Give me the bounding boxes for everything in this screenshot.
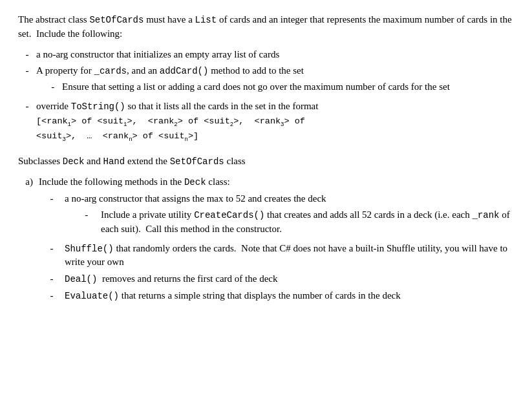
list-item: - A property for _cards, and an addCard(… [18,64,514,97]
bullet-text: a no-arg constructor that assigns the ma… [65,192,514,239]
dash-icon: - [36,80,62,94]
section1-intro: The abstract class SetOfCards must have … [18,13,514,41]
list-item: - a no-arg constructor that initializes … [18,48,514,62]
code-evaluate: Evaluate() [65,291,119,301]
code-deal: Deal() [65,274,97,284]
bullet-text: Shuffle() that randomly orders the cards… [65,242,514,270]
bullet-text: override ToString() so that it lists all… [36,100,514,144]
bullet-text: a no-arg constructor that initializes an… [36,48,514,62]
dash-icon: - [18,48,36,62]
bullet-text: Evaluate() that returns a simple string … [65,289,514,303]
code-deck2: Deck [184,177,206,187]
dash-icon: - [39,192,65,239]
code-addcard: addCard() [160,66,209,76]
dash-icon: - [65,208,101,237]
section2-intro: Subclasses Deck and Hand extend the SetO… [18,154,514,169]
subsection-content: Include the following methods in the Dec… [39,175,514,306]
dash-icon: - [39,272,65,286]
list-item: a) Include the following methods in the … [18,175,514,306]
code-tostring: ToString() [71,101,125,112]
section2-subsections: a) Include the following methods in the … [18,175,514,306]
sub-bullet-text: Ensure that setting a list or adding a c… [62,80,514,94]
format-line2: <suit3>, … <rankn> of <suitn>] [36,130,514,144]
code-setofcards2: SetOfCards [170,156,224,167]
code-setofcards: SetOfCards [89,15,144,25]
dash-icon: - [18,64,36,97]
code-list: List [195,15,217,25]
code-rank: _rank [472,210,499,220]
code-createcards: CreateCards() [194,210,264,220]
sub-bullets: - Ensure that setting a list or adding a… [36,80,514,94]
dash-icon: - [39,242,65,270]
subsection-bullets: - a no-arg constructor that assigns the … [39,192,514,303]
bullet-text: Deal() removes and returns the first car… [65,272,514,286]
list-item: - override ToString() so that it lists a… [18,100,514,144]
format-line1: [<rank1> of <suit1>, <rank2> of <suit2>,… [36,115,514,129]
section1-bullets: - a no-arg constructor that initializes … [18,48,514,144]
bullet-text: A property for _cards, and an addCard() … [36,64,514,97]
list-item: - Shuffle() that randomly orders the car… [39,242,514,270]
code-hand: Hand [103,156,125,167]
document: The abstract class SetOfCards must have … [18,13,514,306]
dash-icon: - [18,100,36,144]
code-deck: Deck [63,156,85,167]
code-shuffle: Shuffle() [65,244,114,254]
list-item: - Deal() removes and returns the first c… [39,272,514,286]
sub-sub-bullets: - Include a private utility CreateCards(… [65,208,514,237]
code-cards: _cards [94,66,127,76]
list-item: - Evaluate() that returns a simple strin… [39,289,514,303]
dash-icon: - [39,289,65,303]
sub-sub-bullet-text: Include a private utility CreateCards() … [101,208,514,237]
list-item: - Include a private utility CreateCards(… [65,208,514,237]
list-item: - Ensure that setting a list or adding a… [36,80,514,94]
list-item: - a no-arg constructor that assigns the … [39,192,514,239]
alpha-label: a) [18,175,39,306]
